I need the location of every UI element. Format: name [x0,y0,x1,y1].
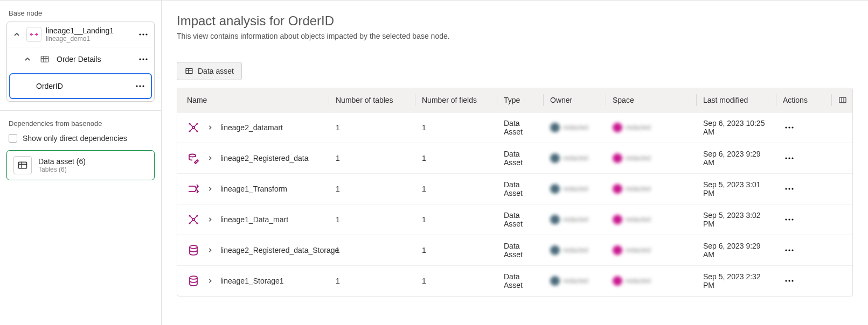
storage-icon [187,274,200,287]
node-row-selected[interactable]: OrderID [9,73,152,99]
svg-point-35 [788,249,790,251]
row-modified: Sep 5, 2023 3:01 PM [697,180,776,197]
chevron-right-icon[interactable] [205,215,215,224]
node-selected-title: OrderID [36,82,129,90]
chevron-up-icon[interactable] [22,54,33,65]
row-modified: Sep 6, 2023 9:29 AM [697,150,776,167]
tab-data-asset[interactable]: Data asset [177,62,242,80]
th-owner[interactable]: Owner [544,88,606,112]
svg-point-30 [791,188,793,189]
svg-point-7 [139,58,141,60]
row-tables: 1 [329,185,415,193]
base-node-card: lineage1__Landing1 lineage_demo1 Order D… [6,22,155,102]
dependency-card-data-asset[interactable]: Data asset (6) Tables (6) [6,150,155,180]
row-actions-button[interactable] [783,274,796,287]
storage-icon [187,244,200,257]
row-fields: 1 [415,215,497,224]
svg-point-37 [785,280,787,281]
chevron-right-icon[interactable] [205,276,215,286]
row-tables: 1 [329,154,415,162]
row-actions-button[interactable] [783,121,796,134]
node-child-title: Order Details [57,55,133,63]
chevron-right-icon[interactable] [205,153,215,163]
page-description: This view contains information about obj… [177,32,853,40]
row-type: Data Asset [497,272,544,289]
row-fields: 1 [415,185,497,193]
svg-point-28 [785,188,787,189]
table-row[interactable]: lineage2_datamart 1 1 Data Asset redacte… [177,112,852,143]
th-actions: Actions [776,88,832,112]
row-type: Data Asset [497,242,544,259]
dependencies-label: Dependencies from basenode [9,119,155,128]
dep-card-title: Data asset (6) [38,157,86,166]
row-space: redacted [613,184,690,194]
row-tables: 1 [329,277,415,285]
checkbox-icon [9,134,17,143]
chevron-up-icon[interactable] [11,29,22,40]
row-tables: 1 [329,215,415,224]
node-root-title: lineage1__Landing1 [46,26,133,35]
th-space[interactable]: Space [606,88,697,112]
impact-table: Name Number of tables Number of fields T… [177,88,853,296]
row-actions-button[interactable] [783,244,796,257]
sidebar: Base node lineage1__Landing1 lineage_dem… [0,1,162,325]
main-content: Impact analysis for OrderID This view co… [162,1,868,325]
row-fields: 1 [415,154,497,162]
column-config-button[interactable] [832,88,852,112]
direct-deps-checkbox[interactable]: Show only direct dependencies [6,134,155,143]
th-tables[interactable]: Number of tables [329,88,415,112]
chevron-right-icon[interactable] [205,245,215,255]
th-fields[interactable]: Number of fields [415,88,497,112]
row-name: lineage1_Transform [220,185,287,193]
table-row[interactable]: lineage2_Registered_data 1 1 Data Asset … [177,143,852,174]
row-type: Data Asset [497,150,544,167]
chevron-right-icon[interactable] [205,184,215,194]
table-row[interactable]: lineage1_Transform 1 1 Data Asset redact… [177,174,852,204]
th-type[interactable]: Type [497,88,544,112]
table-header: Name Number of tables Number of fields T… [177,88,852,112]
svg-point-23 [788,126,790,128]
mart-icon [187,213,200,226]
row-name: lineage1_Storage1 [220,277,284,285]
row-name: lineage2_datamart [220,123,283,132]
row-space: redacted [613,276,690,286]
node-row-root[interactable]: lineage1__Landing1 lineage_demo1 [7,22,154,47]
row-actions-button[interactable] [783,213,796,226]
row-actions-button[interactable] [783,152,796,165]
register-icon [187,152,200,165]
svg-point-24 [791,126,793,128]
svg-point-31 [785,218,787,220]
svg-point-9 [145,58,147,60]
svg-point-39 [791,280,793,281]
page-title: Impact analysis for OrderID [177,13,853,29]
checkbox-label: Show only direct dependencies [23,134,127,143]
svg-point-27 [791,157,793,159]
svg-point-1 [142,33,144,35]
base-node-label: Base node [9,9,155,17]
more-icon[interactable] [134,80,147,93]
landing-icon [26,27,41,42]
table-row[interactable]: lineage1_Data_mart 1 1 Data Asset redact… [177,204,852,235]
table-row[interactable]: lineage2_Registered_data_Storage 1 1 Dat… [177,235,852,266]
svg-point-12 [142,85,144,87]
row-space: redacted [613,245,690,255]
row-actions-button[interactable] [783,182,796,195]
th-name[interactable]: Name [177,88,329,112]
svg-point-25 [785,157,787,159]
chevron-right-icon[interactable] [205,123,215,132]
row-modified: Sep 6, 2023 10:25 AM [697,119,776,136]
node-root-subtitle: lineage_demo1 [46,35,133,43]
more-icon[interactable] [137,28,150,41]
svg-point-29 [788,188,790,189]
more-icon[interactable] [137,53,150,66]
row-space: redacted [613,215,690,224]
row-owner: redacted [550,215,600,224]
row-space: redacted [613,153,690,163]
dep-card-subtitle: Tables (6) [38,166,86,173]
row-type: Data Asset [497,119,544,136]
svg-point-36 [791,249,793,251]
row-space: redacted [613,123,690,132]
table-row[interactable]: lineage1_Storage1 1 1 Data Asset redacte… [177,266,852,296]
node-row-child[interactable]: Order Details [7,47,154,71]
th-modified[interactable]: Last modified [697,88,776,112]
